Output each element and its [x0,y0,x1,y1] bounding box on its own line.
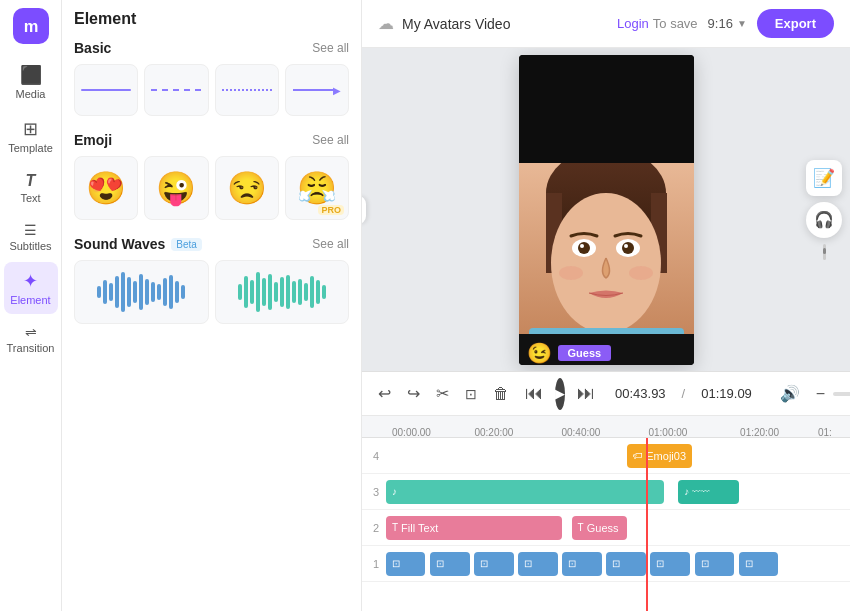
beta-badge: Beta [171,238,202,251]
svg-point-12 [559,266,583,280]
sound-waves-see-all[interactable]: See all [312,237,349,251]
image-icon-1: ⊡ [392,558,400,569]
save-area: Login To save [617,16,698,31]
headphone-button[interactable]: 🎧 [806,202,842,238]
emoji-item-2[interactable]: 😒 [215,156,279,220]
sidebar-item-template[interactable]: ⊞ Template [4,110,58,162]
emoji-item-3[interactable]: 😤 PRO [285,156,349,220]
volume-button[interactable]: 🔊 [776,380,804,407]
login-link[interactable]: Login [617,16,649,31]
video-preview: 😉 Guess [519,55,694,365]
clip-tag-icon: 🏷 [633,450,643,461]
emoji-item-1[interactable]: 😜 [144,156,208,220]
clip-video-4[interactable]: ⊡ [518,552,557,576]
svg-point-13 [629,266,653,280]
clip-guess-label: Guess [587,522,619,534]
basic-grid [74,64,349,116]
emoji-grid: 😍 😜 😒 😤 PRO [74,156,349,220]
timeline-area: ↩ ↪ ✂ ⊡ 🗑 ⏮ ▶ ⏭ 00:43.93 / 01:19.09 🔊 − … [362,371,850,611]
basic-line-solid[interactable] [74,64,138,116]
emoji-title: Emoji [74,132,112,148]
redo-button[interactable]: ↪ [403,380,424,407]
wave-item-1[interactable] [215,260,350,324]
sidebar-nav: m ⬛ Media ⊞ Template T Text ☰ Subtitles … [0,0,62,611]
sidebar-item-media[interactable]: ⬛ Media [4,56,58,108]
delete-button[interactable]: 🗑 [489,381,513,407]
zoom-slider[interactable] [833,392,850,396]
basic-see-all[interactable]: See all [312,41,349,55]
video-title: My Avatars Video [402,16,510,32]
image-icon-4: ⊡ [524,558,532,569]
sidebar-item-transition[interactable]: ⇌ Transition [4,316,58,362]
pro-badge: PRO [318,205,344,215]
element-panel: Element Basic See all Emoji See all 😍 😜 … [62,0,362,611]
scroll-indicator [806,244,842,260]
zoom-out-button[interactable]: − [812,381,829,407]
top-header: ☁ My Avatars Video Login To save 9:16 ▼ … [362,0,850,48]
sound-waves-section: Sound Waves Beta See all [74,236,349,324]
dotted-line-preview [222,89,272,91]
notes-button[interactable]: 📝 [806,160,842,196]
undo-button[interactable]: ↩ [374,380,395,407]
basic-line-arrow[interactable] [285,64,349,116]
cut-button[interactable]: ✂ [432,380,453,407]
clip-video-3[interactable]: ⊡ [474,552,513,576]
timeline-tracks: 4 🏷 Emoji03 3 ♪ ♪ 〰〰 [362,438,850,611]
text-icon: T [26,172,36,190]
clip-video-1[interactable]: ⊡ [386,552,425,576]
clip-video-6[interactable]: ⊡ [606,552,645,576]
template-icon: ⊞ [23,118,38,140]
svg-point-11 [624,244,628,248]
emoji-see-all[interactable]: See all [312,133,349,147]
sidebar-item-element[interactable]: ✦ Element [4,262,58,314]
wave-bars-teal [238,272,326,312]
current-time: 00:43.93 [615,386,666,401]
panel-title: Element [74,10,349,28]
transition-icon: ⇌ [25,324,37,340]
clip-video-8[interactable]: ⊡ [695,552,734,576]
skip-forward-button[interactable]: ⏭ [573,379,599,408]
track-row-3: 3 ♪ ♪ 〰〰 [362,474,850,510]
face-illustration [519,163,694,334]
video-bottom-bar: 😉 Guess [519,334,694,365]
header-right: Login To save 9:16 ▼ Export [617,9,834,38]
clip-emoji03[interactable]: 🏷 Emoji03 [627,444,692,468]
clip-video-7[interactable]: ⊡ [650,552,689,576]
image-icon-8: ⊡ [701,558,709,569]
sound-waves-title: Sound Waves [74,236,165,252]
chevron-down-icon: ▼ [737,18,747,29]
clip-guess[interactable]: T Guess [572,516,628,540]
right-tools: 📝 🎧 [806,160,842,260]
skip-back-button[interactable]: ⏮ [521,379,547,408]
play-button[interactable]: ▶ [555,378,565,410]
wave-item-0[interactable] [74,260,209,324]
basic-line-dashed[interactable] [144,64,208,116]
clip-audio-main[interactable]: ♪ [386,480,664,504]
ruler-mark-3: 01:00:00 [648,427,687,438]
wink-emoji: 😉 [527,341,552,365]
clip-fill-text[interactable]: T Fill Text [386,516,562,540]
ruler-mark-2: 00:40:00 [561,427,600,438]
sound-waves-header: Sound Waves Beta See all [74,236,349,252]
track-content-4: 🏷 Emoji03 [386,442,850,470]
media-icon: ⬛ [20,64,42,86]
track-content-2: T Fill Text T Guess [386,514,850,542]
sidebar-item-subtitles[interactable]: ☰ Subtitles [4,214,58,260]
clip-video-5[interactable]: ⊡ [562,552,601,576]
clip-audio-short[interactable]: ♪ 〰〰 [678,480,738,504]
track-num-4: 4 [366,450,386,462]
image-icon-2: ⊡ [436,558,444,569]
time-dropdown[interactable]: 9:16 ▼ [708,16,747,31]
export-button[interactable]: Export [757,9,834,38]
panel-collapse-arrow[interactable]: ‹ [362,196,366,224]
basic-line-dotted[interactable] [215,64,279,116]
sidebar-item-text[interactable]: T Text [4,164,58,212]
clip-video-2[interactable]: ⊡ [430,552,469,576]
copy-button[interactable]: ⊡ [461,382,481,406]
preview-area: ‹ [362,48,850,371]
ruler-mark-4: 01:20:00 [740,427,779,438]
waves-grid [74,260,349,324]
image-icon-5: ⊡ [568,558,576,569]
emoji-item-0[interactable]: 😍 [74,156,138,220]
clip-video-9[interactable]: ⊡ [739,552,778,576]
